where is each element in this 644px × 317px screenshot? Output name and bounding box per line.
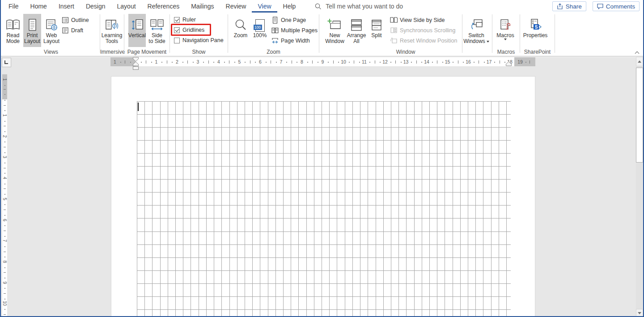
- zoom-100-icon: 100: [255, 16, 265, 32]
- group-divider: [228, 14, 228, 53]
- menu-tab-references[interactable]: References: [142, 0, 186, 13]
- draft-button[interactable]: Draft: [62, 26, 83, 34]
- split-button[interactable]: Split: [369, 14, 385, 47]
- reset-window-position-icon: [390, 37, 398, 44]
- document-workspace: 112345678910111213141516171819 112345678…: [0, 57, 644, 317]
- grid-line-vertical: [406, 101, 407, 317]
- navigation-pane-checkbox-box[interactable]: [174, 38, 180, 43]
- arrange-all-button[interactable]: ArrangeAll: [346, 14, 367, 47]
- ruler-number: 7: [2, 238, 7, 243]
- scrollbar-thumb[interactable]: [636, 68, 643, 163]
- share-icon: [557, 3, 563, 9]
- zoom-100-badge: 100: [254, 25, 262, 30]
- macros-group-label: Macros: [492, 49, 520, 55]
- share-button[interactable]: Share: [552, 1, 586, 11]
- ruler-number: 5: [236, 59, 243, 64]
- ruler-number: 3: [195, 59, 202, 64]
- zoom-button[interactable]: Zoom: [231, 14, 250, 47]
- grid-line-vertical: [175, 101, 176, 317]
- menu-tab-layout[interactable]: Layout: [111, 0, 142, 13]
- ruler-number: 4: [215, 59, 222, 64]
- group-divider: [169, 14, 170, 53]
- grid-line-vertical: [168, 101, 168, 317]
- page-width-button[interactable]: Page Width: [271, 37, 310, 44]
- grid-line-vertical: [329, 101, 330, 317]
- tab-stop-selector[interactable]: [2, 58, 11, 67]
- grid-line-horizontal: [137, 257, 511, 258]
- menu-tab-help[interactable]: Help: [277, 0, 302, 13]
- multiple-pages-button[interactable]: Multiple Pages: [271, 26, 318, 34]
- multiple-pages-icon: [271, 27, 279, 34]
- ruler-checkbox-box[interactable]: [174, 17, 180, 23]
- learning-tools-button[interactable]: LearningTools: [101, 14, 123, 47]
- menu-tab-file[interactable]: File: [3, 0, 25, 13]
- draft-icon: [62, 27, 69, 34]
- right-indent-marker[interactable]: [506, 61, 512, 66]
- new-window-button[interactable]: NewWindow: [325, 14, 345, 47]
- grid-line-vertical: [445, 101, 445, 317]
- ruler-number: 4: [2, 176, 7, 180]
- document-page[interactable]: [111, 76, 535, 317]
- scroll-up-button[interactable]: [636, 57, 643, 66]
- indent-markers[interactable]: [133, 57, 139, 70]
- page-movement-group-label: Page Movement: [124, 49, 169, 55]
- triangle-down-icon: [638, 312, 641, 314]
- read-mode-button[interactable]: ReadMode: [4, 14, 22, 47]
- grid-line-vertical: [152, 101, 153, 317]
- vertical-button[interactable]: Vertical: [128, 14, 146, 47]
- properties-button[interactable]: S Properties: [522, 14, 548, 47]
- menu-tab-review[interactable]: Review: [220, 0, 252, 13]
- group-divider: [319, 14, 319, 53]
- side-to-side-button[interactable]: Sideto Side: [147, 14, 167, 47]
- new-window-icon: [327, 16, 343, 32]
- outline-button[interactable]: Outline: [62, 16, 89, 24]
- zoom-100-button[interactable]: 100 100%: [251, 14, 269, 47]
- group-divider: [100, 14, 100, 53]
- grid-line-vertical: [183, 101, 183, 317]
- left-tab-stop-icon: [4, 60, 8, 64]
- ruler-number: 9: [319, 59, 326, 64]
- grid-line-vertical: [237, 101, 237, 317]
- menu-tab-insert[interactable]: Insert: [53, 0, 80, 13]
- grid-line-vertical: [499, 101, 499, 317]
- macros-button[interactable]: Macros: [495, 14, 516, 47]
- one-page-button[interactable]: One Page: [271, 16, 306, 24]
- print-layout-button[interactable]: PrintLayout: [23, 14, 41, 47]
- comments-button[interactable]: Comments: [593, 1, 640, 11]
- share-label: Share: [566, 3, 582, 10]
- ruler-number: 6: [2, 218, 7, 223]
- grid-line-vertical: [475, 101, 476, 317]
- vertical-scrollbar[interactable]: [636, 57, 643, 317]
- vertical-ruler[interactable]: 112345678910: [2, 74, 7, 317]
- web-layout-button[interactable]: WebLayout: [42, 14, 61, 47]
- tell-me-search[interactable]: Tell me what you want to do: [315, 0, 403, 13]
- ruler-number: 8: [2, 259, 7, 264]
- outline-icon: [62, 17, 69, 24]
- grid-line-vertical: [429, 101, 430, 317]
- menu-tab-mailings[interactable]: Mailings: [185, 0, 220, 13]
- ribbon-view-tab: ReadMode PrintLayout WebLayout Outline D…: [0, 13, 644, 56]
- text-cursor: [138, 103, 139, 111]
- reset-window-position-button: Reset Window Position: [390, 37, 458, 44]
- menu-tab-view[interactable]: View: [252, 0, 277, 13]
- grid-line-vertical: [137, 101, 137, 317]
- view-side-by-side-button[interactable]: View Side by Side: [390, 16, 445, 24]
- menu-tab-home[interactable]: Home: [25, 0, 53, 13]
- grid-line-horizontal: [137, 166, 511, 167]
- grid-line-vertical: [360, 101, 360, 317]
- menubar: FileHomeInsertDesignLayoutReferencesMail…: [0, 0, 644, 13]
- navigation-pane-checkbox[interactable]: Navigation Pane: [174, 37, 224, 44]
- ruler-number: 13: [402, 59, 410, 64]
- ruler-checkbox[interactable]: Ruler: [174, 16, 196, 23]
- synchronous-scrolling-icon: [390, 27, 398, 34]
- grid-line-horizontal: [137, 283, 511, 284]
- switch-windows-button[interactable]: Switch Windows: [463, 14, 489, 47]
- grid-line-vertical: [383, 101, 384, 317]
- grid-line-vertical: [252, 101, 253, 317]
- collapse-ribbon-button[interactable]: [634, 50, 641, 56]
- ruler-number: 9: [2, 280, 7, 285]
- grid-line-horizontal: [137, 244, 511, 245]
- menu-tab-design[interactable]: Design: [80, 0, 111, 13]
- chevron-down-icon: [504, 39, 507, 40]
- horizontal-ruler[interactable]: 112345678910111213141516171819: [110, 57, 535, 66]
